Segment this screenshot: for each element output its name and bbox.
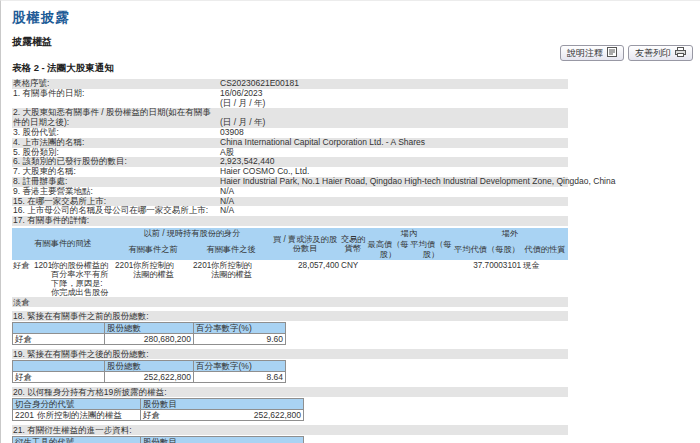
- printer-icon: [675, 47, 686, 59]
- field-value: N/A: [219, 206, 568, 216]
- section19-table: 股份總數 百分率數字(%) 好倉 252,622,800 8.64: [12, 360, 286, 383]
- field-value: CS20230621E00181: [219, 79, 568, 89]
- capacity-before-code: 2201: [114, 260, 132, 297]
- table-row: 2201 你所控制的法團的權益 好倉 252,622,800: [13, 410, 304, 421]
- col-average-consideration: 平均代價（每股）: [452, 239, 522, 260]
- short-position-row: 淡倉: [12, 297, 568, 307]
- section21-col-shares: 股份數目: [141, 437, 304, 443]
- col-event-description: 有關事件的簡述: [12, 228, 114, 261]
- notes-button[interactable]: 說明注釋: [560, 45, 624, 61]
- table-row: 好倉 280,680,200 9.60: [13, 334, 286, 345]
- section19-pct-value: 8.64: [194, 372, 286, 383]
- field-row: 8. 註冊辦事處: Haier Industrial Park, No.1 Ha…: [12, 177, 568, 187]
- section20-position-label: 好倉: [143, 410, 160, 420]
- field-value: (日 / 月 / 年): [219, 108, 568, 128]
- average-consideration-value: 37.70003101: [452, 260, 522, 297]
- position-label: 好倉: [12, 260, 33, 297]
- section18-table: 股份總數 百分率數字(%) 好倉 280,680,200 9.60: [12, 322, 286, 345]
- field-label: 2. 大股東知悉有關事件 / 股份權益的日期(如在有關事件的日期之後):: [12, 108, 219, 128]
- col-shares-involved: 買 / 賣或涉及的股份數目: [270, 228, 340, 261]
- note-icon: [607, 47, 617, 59]
- col-average-price: 平均價（每股）: [410, 239, 452, 260]
- page-title: 股權披露: [12, 9, 700, 27]
- col-consideration-nature: 代價的性質: [522, 239, 568, 260]
- shares-involved-value: 28,057,400: [270, 260, 340, 297]
- col-capacity-group: 以前 / 現時持有股份的身分: [114, 228, 270, 240]
- field-value: Haier Industrial Park, No.1 Haier Road, …: [219, 177, 568, 187]
- col-before-event: 有關事件之前: [114, 239, 192, 260]
- capacity-after-text: 你所控制的法團的權益: [210, 260, 270, 297]
- capacity-after-code: 2201: [192, 260, 210, 297]
- field-row: 2. 大股東知悉有關事件 / 股份權益的日期(如在有關事件的日期之後): (日 …: [12, 108, 568, 128]
- section19-label: 19. 緊接在有關事件之後的股份總數:: [12, 349, 568, 359]
- section18-pct-value: 9.60: [194, 334, 286, 345]
- field-value: 16/06/2023(日 / 月 / 年): [219, 89, 568, 109]
- capacity-before-text: 你所控制的法團的權益: [132, 260, 192, 297]
- section19-row-label: 好倉: [13, 372, 105, 383]
- section19-col-pct: 百分率數字(%): [194, 361, 286, 372]
- field-value: N/A: [219, 197, 568, 207]
- short-position-label: 淡倉: [12, 297, 568, 307]
- section20-col-code: 切合身分的代號: [13, 399, 141, 410]
- event-description-line1: 你的股份權益的百分率水平有所下降，原因是:: [51, 261, 113, 288]
- fields-table: 表格序號: CS20230621E00181 1. 有關事件的日期: 16/06…: [12, 79, 568, 226]
- section20-capacity-text: 你所控制的法團的權益: [37, 410, 123, 420]
- col-highest-price: 最高價（每股）: [366, 239, 410, 260]
- section20-col-shares: 股份數目: [141, 399, 304, 410]
- section18-label: 18. 緊接在有關事件之前的股份總數:: [12, 311, 568, 321]
- print-button[interactable]: 友善列印: [628, 45, 693, 61]
- event-description-line2: 你完成出售股份: [51, 288, 113, 297]
- field-row: 表格序號: CS20230621E00181: [12, 79, 568, 89]
- col-off-exchange: 場外: [452, 228, 568, 240]
- field-value: China International Capital Corporation …: [219, 138, 568, 148]
- col-after-event: 有關事件之後: [192, 239, 270, 260]
- section21-table: 衍生工具的代號 股份數目: [12, 436, 304, 443]
- event-code: 1201: [33, 260, 50, 297]
- currency-value: CNY: [340, 260, 366, 297]
- consideration-nature-value: 現金: [522, 260, 568, 297]
- highest-price-value: [366, 260, 410, 297]
- field-label: 17. 有關事件的詳情:: [12, 216, 219, 226]
- notes-button-label: 說明注釋: [567, 47, 603, 60]
- form-caption: 表格 2 - 法團大股東通知: [12, 62, 700, 75]
- section18-corner-cell: [13, 323, 105, 334]
- section18-row-label: 好倉: [13, 334, 105, 345]
- field-value: N/A: [219, 187, 568, 197]
- event-table: 有關事件的簡述 以前 / 現時持有股份的身分 買 / 賣或涉及的股份數目 交易的…: [12, 228, 568, 308]
- toolbar: 說明注釋 友善列印: [560, 45, 693, 61]
- section20-label: 20. 以何種身分持有方格19所披露的權益:: [12, 387, 568, 397]
- section21-label: 21. 有關衍生權益的進一步資料:: [12, 425, 568, 435]
- field-value: [219, 216, 568, 226]
- field-row: 1. 有關事件的日期: 16/06/2023(日 / 月 / 年): [12, 89, 568, 109]
- section20-shares-value: 252,622,800: [254, 410, 301, 420]
- capacity-before-text-span: 你所控制的法團的權益: [133, 261, 180, 279]
- print-button-label: 友善列印: [635, 47, 671, 60]
- disclosure-page: 股權披露 披露權益 說明注釋 友善列印 表格 2 - 法團大股東通知 表格序號:…: [0, 0, 700, 443]
- field-row: 4. 上市法團的名稱: China International Capital …: [12, 138, 568, 148]
- section20-capacity-code: 2201: [15, 410, 34, 420]
- event-description: 你的股份權益的百分率水平有所下降，原因是: 你完成出售股份: [50, 260, 114, 297]
- col-currency: 交易的貨幣: [340, 228, 366, 261]
- section18-total-value: 280,680,200: [105, 334, 194, 345]
- field-row: 16. 上市母公司的名稱及母公司在哪一家交易所上市: N/A: [12, 206, 568, 216]
- col-on-exchange: 場內: [366, 228, 452, 240]
- average-price-value: [410, 260, 452, 297]
- section18-col-pct: 百分率數字(%): [194, 323, 286, 334]
- field-label: 1. 有關事件的日期:: [12, 89, 219, 109]
- section20-capacity-cell: 2201 你所控制的法團的權益: [13, 410, 141, 421]
- capacity-after-text-span: 你所控制的法團的權益: [211, 261, 258, 279]
- section20-table: 切合身分的代號 股份數目 2201 你所控制的法團的權益 好倉 252,622,…: [12, 398, 304, 421]
- section19-col-total: 股份總數: [105, 361, 194, 372]
- section21-col-code: 衍生工具的代號: [13, 437, 141, 443]
- field-row: 17. 有關事件的詳情:: [12, 216, 568, 226]
- section18-col-total: 股份總數: [105, 323, 194, 334]
- fields-body: 表格序號: CS20230621E00181 1. 有關事件的日期: 16/06…: [12, 79, 568, 226]
- section20-shares-cell: 好倉 252,622,800: [141, 410, 304, 421]
- long-position-row: 好倉 1201 你的股份權益的百分率水平有所下降，原因是: 你完成出售股份 22…: [12, 260, 568, 297]
- section19-total-value: 252,622,800: [105, 372, 194, 383]
- table-row: 好倉 252,622,800 8.64: [13, 372, 286, 383]
- section19-corner-cell: [13, 361, 105, 372]
